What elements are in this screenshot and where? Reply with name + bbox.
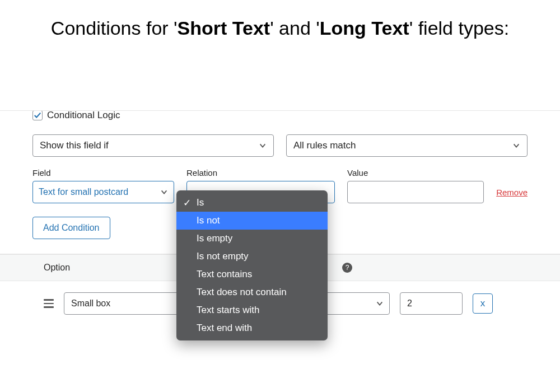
check-icon <box>34 111 41 119</box>
chevron-down-icon <box>259 142 267 150</box>
page-title: Conditions for 'Short Text' and 'Long Te… <box>0 0 560 47</box>
remove-option-button[interactable]: x <box>473 293 493 314</box>
relation-column-label: Relation <box>186 168 335 178</box>
drag-handle-icon[interactable] <box>44 299 54 308</box>
relation-option[interactable]: Is empty <box>176 230 328 248</box>
field-column-label: Field <box>32 168 174 178</box>
title-strong-1: Short Text <box>178 17 270 39</box>
title-strong-2: Long Text <box>320 17 409 39</box>
field-select[interactable]: Text for small postcard <box>32 181 174 203</box>
option-header-label: Option <box>44 263 70 273</box>
add-condition-button[interactable]: Add Condition <box>32 217 110 239</box>
conditional-logic-checkbox[interactable] <box>32 111 43 120</box>
value-column-label: Value <box>347 168 482 178</box>
remove-condition-link[interactable]: Remove <box>496 188 528 197</box>
relation-option[interactable]: Is not <box>176 212 328 230</box>
conditional-logic-label: Conditional Logic <box>47 111 120 121</box>
add-condition-label: Add Condition <box>43 223 100 233</box>
match-select[interactable]: All rules match <box>286 134 528 157</box>
remove-option-x: x <box>480 298 486 309</box>
title-prefix: Conditions for ' <box>51 17 178 39</box>
chevron-down-icon <box>376 300 384 307</box>
relation-option[interactable]: Text does not contain <box>176 283 328 301</box>
relation-dropdown[interactable]: IsIs notIs emptyIs not emptyText contain… <box>176 190 328 340</box>
match-select-value: All rules match <box>293 140 356 151</box>
relation-option[interactable]: Text end with <box>176 319 328 337</box>
field-select-value: Text for small postcard <box>39 187 128 197</box>
title-mid: ' and ' <box>270 17 320 39</box>
action-select-value: Show this field if <box>40 140 109 151</box>
conditional-logic-row: Conditional Logic <box>32 111 528 127</box>
action-select[interactable]: Show this field if <box>32 134 274 157</box>
relation-option[interactable]: Text contains <box>176 265 328 283</box>
relation-option[interactable]: Is not empty <box>176 248 328 265</box>
chevron-down-icon <box>512 142 520 150</box>
help-icon[interactable]: ? <box>342 263 352 273</box>
title-suffix: ' field types: <box>409 17 509 39</box>
relation-option[interactable]: Is <box>176 194 328 212</box>
fee-amount-input[interactable] <box>400 292 463 315</box>
value-input[interactable] <box>347 181 484 203</box>
chevron-down-icon <box>160 188 168 196</box>
relation-option[interactable]: Text starts with <box>176 301 328 319</box>
